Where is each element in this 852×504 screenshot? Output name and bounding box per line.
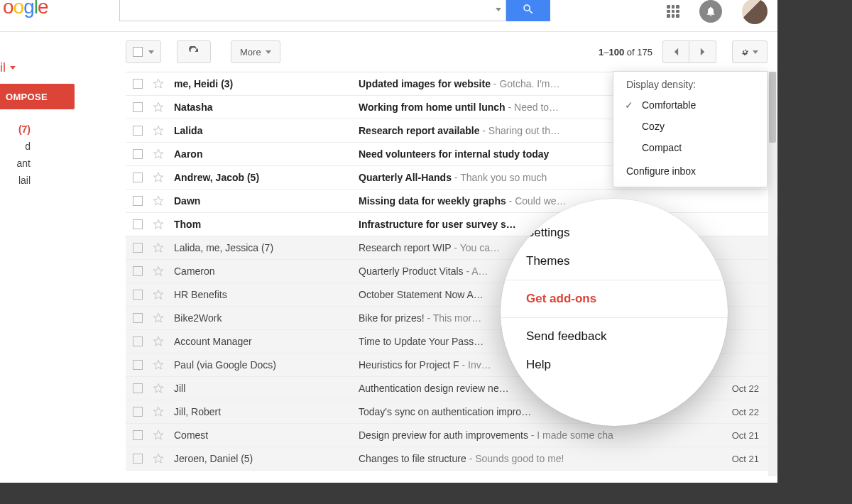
message-row[interactable]: DawnMissing data for weekly graphs - Cou… (126, 190, 777, 213)
row-checkbox[interactable] (133, 430, 143, 440)
row-sender: Jill (174, 383, 359, 394)
star-icon[interactable] (153, 312, 164, 324)
row-date: Oct 21 (732, 454, 759, 464)
notifications-button[interactable] (699, 0, 722, 23)
density-option-compact[interactable]: Compact (613, 137, 767, 158)
menu-help[interactable]: Help (501, 351, 728, 379)
row-checkbox[interactable] (133, 407, 143, 417)
star-icon[interactable] (153, 148, 164, 160)
row-checkbox[interactable] (133, 219, 143, 229)
star-icon[interactable] (153, 172, 164, 183)
scrollbar-thumb[interactable] (769, 72, 776, 143)
svg-marker-15 (153, 430, 163, 439)
row-checkbox[interactable] (133, 454, 143, 464)
row-checkbox[interactable] (133, 172, 143, 182)
row-checkbox[interactable] (133, 313, 143, 323)
star-icon[interactable] (153, 429, 164, 441)
row-snippet: - Sounds good to me! (466, 453, 564, 464)
star-icon[interactable] (153, 359, 164, 371)
compose-button[interactable]: OMPOSE (0, 84, 75, 109)
avatar[interactable] (742, 0, 768, 24)
svg-marker-0 (153, 79, 163, 88)
star-icon[interactable] (153, 219, 164, 230)
row-sender: Andrew, Jacob (5) (174, 172, 359, 183)
refresh-button[interactable] (177, 40, 211, 63)
search-input[interactable] (119, 0, 506, 21)
row-date: Oct 21 (732, 430, 759, 441)
message-row[interactable]: ComestDesign preview for auth improvemen… (126, 424, 777, 447)
mail-toolbar: More 1–100 of 175 (0, 32, 777, 72)
sidebar-item-3[interactable]: lail (0, 172, 31, 189)
row-checkbox[interactable] (133, 360, 143, 370)
google-logo[interactable]: oogle (0, 0, 48, 18)
row-sender: Aaron (174, 148, 359, 160)
star-icon[interactable] (153, 289, 164, 300)
sidebar-folders: (7)dantlail (0, 121, 75, 189)
settings-button[interactable] (732, 40, 768, 63)
svg-marker-1 (153, 102, 163, 111)
chevron-right-icon (699, 47, 706, 57)
row-checkbox[interactable] (133, 336, 143, 346)
svg-marker-11 (153, 336, 163, 346)
svg-marker-10 (153, 313, 163, 322)
row-checkbox[interactable] (133, 290, 143, 300)
row-checkbox[interactable] (133, 79, 143, 89)
star-icon[interactable] (153, 453, 164, 464)
pager-prev-button[interactable] (662, 40, 689, 63)
bell-icon (705, 6, 716, 17)
row-subject: Quarterly Product Vitals (359, 265, 464, 277)
row-body: Missing data for weekly graphs - Could w… (359, 195, 750, 207)
density-option-cozy[interactable]: Cozy (613, 116, 767, 137)
row-checkbox[interactable] (133, 149, 143, 159)
star-icon[interactable] (153, 125, 164, 136)
star-icon[interactable] (153, 265, 164, 277)
star-icon[interactable] (153, 78, 164, 89)
pager-next-button[interactable] (689, 40, 716, 63)
gear-icon (741, 46, 749, 57)
sidebar-item-1[interactable]: d (0, 138, 31, 155)
density-option-comfortable[interactable]: Comfortable (613, 94, 767, 116)
row-checkbox[interactable] (133, 243, 143, 253)
message-row[interactable]: Jeroen, Daniel (5)Changes to file struct… (126, 447, 777, 471)
svg-marker-2 (153, 126, 163, 135)
search-icon (522, 3, 535, 16)
select-all-button[interactable] (126, 40, 161, 63)
star-icon[interactable] (153, 195, 164, 207)
row-snippet: - A… (464, 265, 488, 277)
search-options-caret-icon[interactable] (496, 8, 501, 11)
search-button[interactable] (506, 0, 550, 21)
gmail-brand[interactable]: il (0, 60, 75, 84)
row-snippet: - Sharing out th… (479, 125, 560, 136)
row-checkbox[interactable] (133, 102, 143, 112)
sidebar-item-0[interactable]: (7) (0, 121, 31, 138)
select-all-checkbox-icon (133, 47, 143, 57)
more-button[interactable]: More (231, 40, 280, 63)
row-snippet: - You ca… (451, 242, 500, 253)
menu-send-feedback[interactable]: Send feedback (501, 322, 728, 351)
row-body: Design preview for auth improvements - I… (359, 429, 723, 441)
row-checkbox[interactable] (133, 126, 143, 136)
menu-get-addons[interactable]: Get add-ons (501, 285, 728, 313)
row-sender: Jill, Robert (174, 406, 359, 417)
row-checkbox[interactable] (133, 266, 143, 276)
menu-themes[interactable]: Themes (501, 247, 728, 275)
star-icon[interactable] (153, 383, 164, 394)
row-snippet: - I made some cha (528, 429, 613, 441)
row-sender: Thom (174, 219, 359, 230)
row-checkbox[interactable] (133, 196, 143, 206)
row-checkbox[interactable] (133, 383, 143, 393)
configure-inbox-item[interactable]: Configure inbox (613, 158, 767, 180)
apps-grid-icon[interactable] (667, 5, 679, 18)
row-subject: Missing data for weekly graphs (359, 195, 506, 207)
svg-marker-5 (153, 196, 163, 205)
star-icon[interactable] (153, 336, 164, 347)
scrollbar[interactable] (768, 72, 777, 476)
row-subject: Research report WIP (359, 242, 451, 253)
star-icon[interactable] (153, 102, 164, 113)
row-subject: Authentication design review ne… (359, 383, 509, 394)
row-subject: Need volunteers for internal study today (359, 148, 549, 160)
row-subject: Heuristics for Project F (359, 359, 459, 371)
star-icon[interactable] (153, 242, 164, 253)
sidebar-item-2[interactable]: ant (0, 155, 31, 172)
star-icon[interactable] (153, 406, 164, 417)
